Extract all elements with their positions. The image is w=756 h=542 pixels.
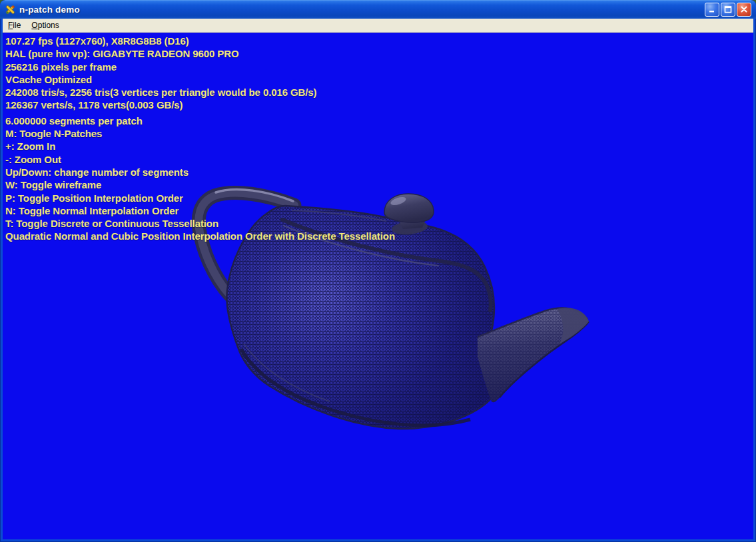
maximize-button[interactable]: [721, 3, 735, 17]
teapot-spout: [478, 308, 589, 402]
menu-bar: File Options: [3, 19, 753, 33]
title-bar[interactable]: n-patch demo: [0, 0, 756, 19]
menu-file[interactable]: File: [3, 19, 26, 31]
minimize-icon: [708, 5, 716, 13]
app-window: n-patch demo File Options: [0, 0, 756, 542]
render-viewport[interactable]: 107.27 fps (1127x760), X8R8G8B8 (D16) HA…: [3, 33, 753, 539]
minimize-button[interactable]: [705, 3, 719, 17]
close-icon: [740, 5, 748, 13]
teapot-body: [226, 206, 494, 429]
teapot-render: [3, 33, 753, 539]
menu-options[interactable]: Options: [26, 19, 64, 31]
directx-app-icon: [5, 4, 16, 15]
window-title: n-patch demo: [19, 5, 705, 15]
close-button[interactable]: [737, 3, 751, 17]
maximize-icon: [724, 5, 732, 13]
